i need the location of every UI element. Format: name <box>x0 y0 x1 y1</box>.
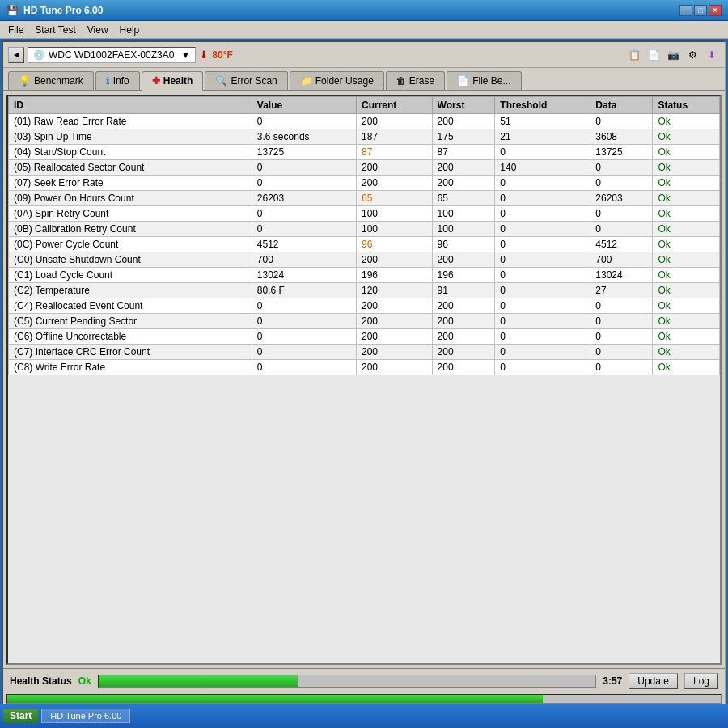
erase-icon: 🗑 <box>396 75 406 87</box>
menu-start-test[interactable]: Start Test <box>30 23 80 37</box>
table-row[interactable]: (0C) Power Cycle Count4512969604512Ok <box>9 237 720 252</box>
tab-folder-usage[interactable]: 📁 Folder Usage <box>290 71 384 90</box>
cell-status: Ok <box>653 252 720 268</box>
minimize-button[interactable]: ─ <box>679 5 692 16</box>
cell-threshold: 0 <box>495 283 590 298</box>
table-row[interactable]: (04) Start/Stop Count137258787013725Ok <box>9 145 720 160</box>
col-header-id: ID <box>9 97 252 114</box>
drive-icon: 💿 <box>33 49 45 61</box>
content-area: ID Value Current Worst Threshold Data St… <box>6 95 722 665</box>
table-row[interactable]: (C2) Temperature80.6 F12091027Ok <box>9 283 720 298</box>
nav-arrow-left[interactable]: ◄ <box>8 47 24 63</box>
toolbar: ◄ 💿 WDC WD1002FAEX-00Z3A0 ▼ 🌡 80°F 📋 📄 📷… <box>3 42 725 68</box>
cell-data: 0 <box>590 206 653 222</box>
cell-data: 13725 <box>590 145 653 160</box>
table-row[interactable]: (C4) Reallocated Event Count020020000Ok <box>9 298 720 314</box>
cell-status: Ok <box>653 268 720 283</box>
table-row[interactable]: (C0) Unsafe Shutdown Count7002002000700O… <box>9 252 720 268</box>
table-row[interactable]: (0B) Calibration Retry Count010010000Ok <box>9 222 720 237</box>
download-icon[interactable]: ⬇ <box>704 47 720 63</box>
tab-benchmark[interactable]: 💡 Benchmark <box>8 71 94 90</box>
cell-threshold: 0 <box>495 329 590 345</box>
taskbar: Start HD Tune Pro 6.00 <box>0 704 728 728</box>
cell-id: (0C) Power Cycle Count <box>9 237 252 252</box>
col-header-threshold: Threshold <box>495 97 590 114</box>
cell-value: 13725 <box>252 145 356 160</box>
tab-erase[interactable]: 🗑 Erase <box>386 71 445 90</box>
cell-current: 200 <box>356 160 432 176</box>
title-text: HD Tune Pro 6.00 <box>23 5 103 16</box>
app-icon: 💾 <box>6 5 19 16</box>
health-status-value: Ok <box>78 675 91 687</box>
cell-status: Ok <box>653 129 720 145</box>
cell-data: 0 <box>590 345 653 360</box>
tab-health[interactable]: ✚ Health <box>142 71 204 91</box>
table-row[interactable]: (07) Seek Error Rate020020000Ok <box>9 176 720 191</box>
log-button[interactable]: Log <box>684 673 718 689</box>
cell-value: 0 <box>252 114 356 129</box>
table-row[interactable]: (0A) Spin Retry Count010010000Ok <box>9 206 720 222</box>
cell-status: Ok <box>653 329 720 345</box>
cell-threshold: 0 <box>495 252 590 268</box>
cell-data: 0 <box>590 176 653 191</box>
cell-id: (C5) Current Pending Sector <box>9 314 252 329</box>
tab-info[interactable]: ℹ Info <box>95 71 140 90</box>
cell-current: 120 <box>356 283 432 298</box>
info-icon: ℹ <box>106 75 110 87</box>
table-row[interactable]: (C1) Load Cycle Count13024196196013024Ok <box>9 268 720 283</box>
table-row[interactable]: (C6) Offline Uncorrectable020020000Ok <box>9 329 720 345</box>
col-header-status: Status <box>653 97 720 114</box>
cell-worst: 65 <box>432 191 495 206</box>
table-row[interactable]: (05) Reallocated Sector Count02002001400… <box>9 160 720 176</box>
cell-threshold: 0 <box>495 222 590 237</box>
health-progress-bar <box>98 675 597 688</box>
cell-current: 200 <box>356 314 432 329</box>
camera-icon[interactable]: 📷 <box>665 47 681 63</box>
time-display: 3:57 <box>603 675 622 687</box>
start-button[interactable]: Start <box>3 709 38 723</box>
menu-view[interactable]: View <box>83 23 113 37</box>
temperature-value: 80°F <box>212 49 232 61</box>
table-row[interactable]: (01) Raw Read Error Rate0200200510Ok <box>9 114 720 129</box>
copy2-icon[interactable]: 📄 <box>645 47 662 63</box>
cell-status: Ok <box>653 222 720 237</box>
table-row[interactable]: (09) Power On Hours Count262036565026203… <box>9 191 720 206</box>
menu-help[interactable]: Help <box>115 23 145 37</box>
col-header-current: Current <box>356 97 432 114</box>
copy-icon[interactable]: 📋 <box>626 47 642 63</box>
taskbar-hdtune[interactable]: HD Tune Pro 6.00 <box>41 709 130 723</box>
smart-table-container[interactable]: ID Value Current Worst Threshold Data St… <box>8 96 720 663</box>
cell-value: 0 <box>252 222 356 237</box>
cell-worst: 200 <box>432 360 495 375</box>
cell-status: Ok <box>653 345 720 360</box>
table-row[interactable]: (C5) Current Pending Sector020020000Ok <box>9 314 720 329</box>
tab-error-scan[interactable]: 🔍 Error Scan <box>205 71 287 90</box>
cell-data: 3608 <box>590 129 653 145</box>
update-button[interactable]: Update <box>629 673 678 689</box>
menu-file[interactable]: File <box>3 23 28 37</box>
maximize-button[interactable]: □ <box>694 5 707 16</box>
cell-worst: 200 <box>432 160 495 176</box>
cell-data: 700 <box>590 252 653 268</box>
drive-selector[interactable]: 💿 WDC WD1002FAEX-00Z3A0 ▼ <box>28 47 196 63</box>
cell-threshold: 0 <box>495 145 590 160</box>
cell-value: 13024 <box>252 268 356 283</box>
cell-status: Ok <box>653 191 720 206</box>
cell-current: 87 <box>356 145 432 160</box>
cell-value: 80.6 F <box>252 283 356 298</box>
close-button[interactable]: ✕ <box>709 5 722 16</box>
cell-current: 100 <box>356 206 432 222</box>
filebe-icon: 📄 <box>457 75 469 87</box>
cell-threshold: 140 <box>495 160 590 176</box>
cell-status: Ok <box>653 176 720 191</box>
tab-info-label: Info <box>113 75 129 87</box>
tab-filebe[interactable]: 📄 File Be... <box>447 71 521 90</box>
table-row[interactable]: (C8) Write Error Rate020020000Ok <box>9 360 720 375</box>
table-row[interactable]: (03) Spin Up Time3.6 seconds187175213608… <box>9 129 720 145</box>
cell-worst: 87 <box>432 145 495 160</box>
cell-id: (C0) Unsafe Shutdown Count <box>9 252 252 268</box>
cell-threshold: 0 <box>495 345 590 360</box>
cell-id: (04) Start/Stop Count <box>9 145 252 160</box>
settings-icon[interactable]: ⚙ <box>684 47 700 63</box>
table-row[interactable]: (C7) Interface CRC Error Count020020000O… <box>9 345 720 360</box>
